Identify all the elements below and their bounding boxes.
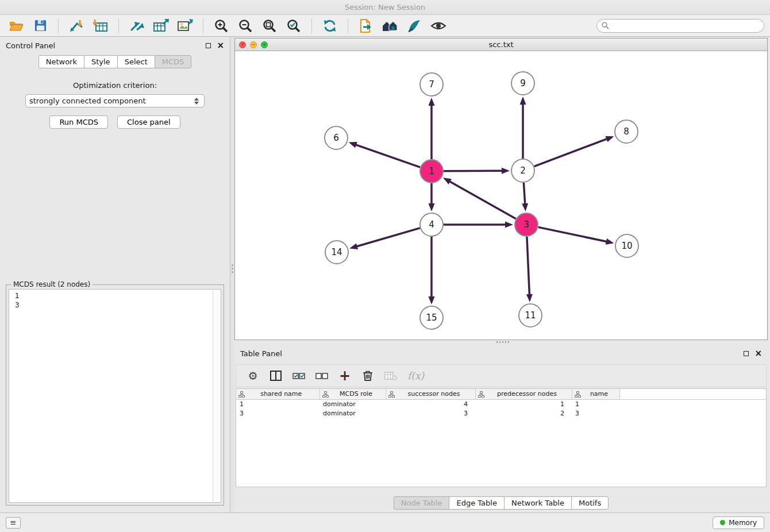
toolbar-separator <box>311 18 312 33</box>
tab-network-table[interactable]: Network Table <box>504 496 572 510</box>
main-toolbar <box>0 15 770 37</box>
open-session-icon[interactable] <box>6 17 26 35</box>
graph-node-7[interactable]: 7 <box>420 73 443 96</box>
column-edit-icon <box>478 391 484 399</box>
eye-icon[interactable] <box>428 17 449 35</box>
network-graph-canvas[interactable]: 7968124310141511 <box>235 51 767 340</box>
graph-edge-1-6[interactable] <box>349 142 420 167</box>
tab-mcds[interactable]: MCDS <box>155 55 192 68</box>
control-panel-header: Control Panel × <box>0 37 230 54</box>
search-icon <box>602 22 609 29</box>
graph-node-2[interactable]: 2 <box>511 159 534 182</box>
graph-node-10[interactable]: 10 <box>615 234 638 257</box>
column-header-predecessor-nodes[interactable]: predecessor nodes <box>475 389 572 399</box>
export-network-icon[interactable] <box>126 17 147 35</box>
graph-node-11[interactable]: 11 <box>519 304 542 327</box>
export-table-icon[interactable] <box>151 17 171 35</box>
graph-edge-3-1[interactable] <box>443 178 516 218</box>
mcds-result-group: MCDS result (2 nodes) 1 3 <box>6 284 224 506</box>
mcds-result-list[interactable]: 1 3 <box>9 289 221 503</box>
svg-text:4: 4 <box>429 219 434 230</box>
vertical-splitter[interactable] <box>230 37 234 512</box>
graph-node-9[interactable]: 9 <box>511 72 534 95</box>
search-input[interactable] <box>612 20 764 32</box>
control-panel-tabs: Network Style Select MCDS <box>0 55 230 68</box>
mcds-result-line: 1 <box>15 291 215 300</box>
import-network-icon[interactable] <box>66 17 87 35</box>
graph-edge-4-14[interactable] <box>349 228 420 249</box>
delete-column-icon[interactable] <box>361 369 374 383</box>
ndex-home-icon[interactable] <box>380 17 401 35</box>
memory-label: Memory <box>729 519 757 527</box>
show-columns-icon[interactable] <box>270 369 282 383</box>
graph-node-15[interactable]: 15 <box>420 306 443 329</box>
delete-table-icon-disabled <box>384 369 397 383</box>
search-field[interactable] <box>596 19 764 33</box>
share-document-icon[interactable] <box>356 17 376 35</box>
graph-edge-1-4[interactable] <box>429 183 435 211</box>
graph-node-1[interactable]: 1 <box>420 160 443 183</box>
graph-node-6[interactable]: 6 <box>325 126 348 149</box>
zoom-selected-icon[interactable] <box>283 17 304 35</box>
graph-node-4[interactable]: 4 <box>420 213 443 236</box>
graph-node-3[interactable]: 3 <box>515 213 538 236</box>
zoom-out-icon[interactable] <box>235 17 256 35</box>
import-table-icon[interactable] <box>90 17 111 35</box>
save-session-icon[interactable] <box>30 17 51 35</box>
tab-network[interactable]: Network <box>38 55 84 68</box>
graph-edge-1-7[interactable] <box>429 98 435 159</box>
float-panel-icon[interactable] <box>206 43 211 48</box>
svg-text:1: 1 <box>429 166 434 176</box>
export-image-icon[interactable] <box>175 17 195 35</box>
tab-select[interactable]: Select <box>117 55 155 68</box>
tab-node-table[interactable]: Node Table <box>394 496 450 510</box>
close-panel-button[interactable]: Close panel <box>117 115 180 129</box>
create-column-icon[interactable]: + <box>338 369 351 383</box>
close-panel-icon[interactable]: × <box>217 41 224 50</box>
graph-edge-4-15[interactable] <box>429 237 435 304</box>
column-header-successor-nodes[interactable]: successor nodes <box>386 389 475 399</box>
diffusion-icon[interactable] <box>404 17 425 35</box>
network-window-titlebar[interactable]: scc.txt × − + <box>235 38 767 51</box>
deselect-all-columns-icon[interactable] <box>315 369 328 383</box>
table-panel-header: Table Panel × <box>234 345 768 362</box>
tab-style[interactable]: Style <box>84 55 118 68</box>
column-header-shared-name[interactable]: shared name <box>236 389 319 399</box>
run-mcds-button[interactable]: Run MCDS <box>49 115 108 129</box>
result-scrollbar[interactable] <box>213 290 221 502</box>
toolbar-separator <box>203 18 203 33</box>
column-header-name[interactable]: name <box>572 389 619 399</box>
graph-edge-1-2[interactable] <box>444 168 510 174</box>
graph-edge-3-11[interactable] <box>526 237 533 302</box>
refresh-view-icon[interactable] <box>319 17 340 35</box>
table-row[interactable]: 1dominator411 <box>236 399 766 408</box>
graph-edge-3-10[interactable] <box>538 227 614 244</box>
task-history-icon[interactable]: ≡ <box>6 517 21 529</box>
select-all-columns-icon[interactable] <box>292 369 305 383</box>
graph-edge-4-3[interactable] <box>444 222 513 228</box>
tab-edge-table[interactable]: Edge Table <box>449 496 504 510</box>
graph-node-14[interactable]: 14 <box>325 241 348 264</box>
criterion-dropdown[interactable]: strongly connected component <box>25 94 205 107</box>
zoom-in-icon[interactable] <box>211 17 232 35</box>
graph-node-8[interactable]: 8 <box>615 120 638 143</box>
svg-text:9: 9 <box>520 78 526 88</box>
memory-status-icon <box>720 520 725 525</box>
column-header-mcds-role[interactable]: MCDS role <box>319 389 386 399</box>
table-cell: 3 <box>572 408 619 418</box>
graph-edge-2-9[interactable] <box>520 97 526 159</box>
table-row[interactable]: 3dominator323 <box>236 408 766 418</box>
tab-motifs[interactable]: Motifs <box>571 496 609 510</box>
criterion-dropdown-value: strongly connected component <box>29 97 192 105</box>
zoom-fit-icon[interactable] <box>259 17 280 35</box>
table-settings-icon[interactable]: ⚙ <box>247 369 259 383</box>
table-cell: 1 <box>572 399 619 408</box>
float-table-panel-icon[interactable] <box>744 351 749 356</box>
close-table-panel-icon[interactable]: × <box>754 349 762 358</box>
network-window-title: scc.txt <box>235 40 767 49</box>
memory-button[interactable]: Memory <box>713 516 764 529</box>
toolbar-separator <box>118 18 119 33</box>
horizontal-splitter-handle[interactable] <box>496 341 509 343</box>
graph-edge-2-8[interactable] <box>534 136 614 167</box>
graph-edge-2-3[interactable] <box>522 183 528 211</box>
